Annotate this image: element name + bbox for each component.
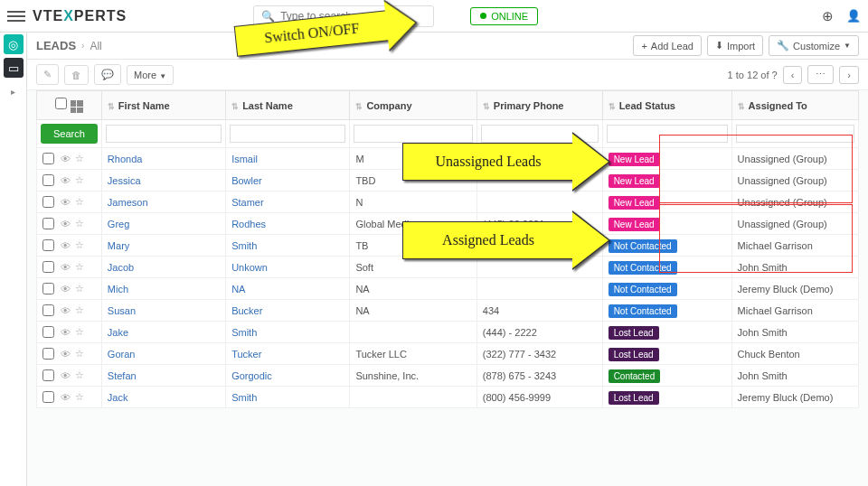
online-toggle[interactable]: ONLINE (470, 7, 538, 25)
star-icon[interactable]: ☆ (75, 369, 84, 381)
eye-icon[interactable]: 👁 (61, 175, 71, 186)
sort-icon[interactable]: ⇅ (483, 102, 490, 111)
sort-icon[interactable]: ⇅ (108, 102, 115, 111)
eye-icon[interactable]: 👁 (61, 262, 71, 273)
cell-first[interactable]: Jessica (101, 170, 225, 192)
eye-icon[interactable]: 👁 (61, 284, 71, 294)
table-row[interactable]: 👁☆SusanBuckerNA 434Not ContactedMichael … (37, 300, 859, 322)
comment-tool[interactable]: 💬 (94, 64, 121, 85)
sidebar-expand-icon[interactable]: ▸ (11, 87, 15, 97)
sort-icon[interactable]: ⇅ (609, 102, 616, 111)
search-button[interactable]: Search (41, 124, 98, 144)
cell-last[interactable]: Bucker (226, 300, 350, 322)
filter-status[interactable] (607, 125, 728, 143)
col-first[interactable]: First Name (118, 100, 170, 111)
row-checkbox[interactable] (42, 153, 54, 164)
star-icon[interactable]: ☆ (75, 239, 84, 251)
grid-view-icon[interactable] (71, 100, 83, 113)
sidebar-contacts-icon[interactable]: ▭ (4, 58, 24, 78)
import-button[interactable]: ⬇Import (707, 35, 763, 56)
star-icon[interactable]: ☆ (75, 348, 84, 360)
filter-last[interactable] (230, 125, 345, 143)
row-checkbox[interactable] (42, 283, 54, 294)
page-prev[interactable]: ‹ (783, 66, 803, 84)
cell-first[interactable]: Stefan (101, 365, 225, 387)
cell-last[interactable]: Unkown (226, 257, 350, 278)
eye-icon[interactable]: 👁 (61, 305, 71, 316)
eye-icon[interactable]: 👁 (61, 370, 71, 381)
row-checkbox[interactable] (42, 348, 54, 360)
star-icon[interactable]: ☆ (75, 283, 84, 294)
cell-first[interactable]: Jake (101, 322, 225, 343)
table-row[interactable]: 👁☆GoranTuckerTucker LLC(322) 777 - 3432L… (37, 343, 859, 365)
star-icon[interactable]: ☆ (75, 261, 84, 273)
breadcrumb-module[interactable]: LEADS (36, 39, 76, 52)
cell-first[interactable]: Jameson (101, 192, 225, 213)
star-icon[interactable]: ☆ (75, 153, 84, 164)
table-row[interactable]: 👁☆JackSmith(800) 456-9999Lost LeadJeremy… (37, 387, 859, 408)
cell-last[interactable]: Bowler (226, 170, 350, 192)
row-checkbox[interactable] (42, 174, 54, 186)
star-icon[interactable]: ☆ (75, 326, 84, 338)
sort-icon[interactable]: ⇅ (738, 102, 745, 111)
cell-last[interactable]: Stamer (226, 192, 350, 213)
cell-first[interactable]: Susan (101, 300, 225, 322)
cell-last[interactable]: Rodhes (226, 213, 350, 235)
eye-icon[interactable]: 👁 (61, 219, 71, 229)
star-icon[interactable]: ☆ (75, 391, 84, 403)
cell-last[interactable]: Smith (226, 235, 350, 257)
row-checkbox[interactable] (42, 326, 54, 338)
filter-company[interactable] (354, 125, 472, 143)
col-company[interactable]: Company (366, 100, 411, 111)
filter-assigned[interactable] (736, 125, 854, 143)
cell-last[interactable]: Gorgodic (226, 365, 350, 387)
table-row[interactable]: 👁☆JacobUnkownSoftNot ContactedJohn Smith (37, 257, 859, 278)
col-phone[interactable]: Primary Phone (494, 100, 564, 111)
add-icon[interactable]: ⊕ (822, 8, 834, 24)
filter-first[interactable] (106, 125, 222, 143)
eye-icon[interactable]: 👁 (61, 240, 71, 251)
eye-icon[interactable]: 👁 (61, 392, 71, 403)
row-checkbox[interactable] (42, 261, 54, 273)
star-icon[interactable]: ☆ (75, 196, 84, 208)
cell-first[interactable]: Goran (101, 343, 225, 365)
eye-icon[interactable]: 👁 (61, 327, 71, 338)
eye-icon[interactable]: 👁 (61, 349, 71, 360)
add-lead-button[interactable]: +Add Lead (633, 35, 702, 56)
breadcrumb-all[interactable]: All (90, 40, 101, 52)
page-next[interactable]: › (839, 66, 859, 84)
sort-icon[interactable]: ⇅ (231, 102, 239, 111)
row-checkbox[interactable] (42, 196, 54, 208)
menu-icon[interactable] (7, 8, 25, 24)
col-status[interactable]: Lead Status (619, 100, 675, 111)
more-dropdown[interactable]: More ▼ (127, 65, 174, 85)
cell-first[interactable]: Jack (101, 387, 225, 408)
star-icon[interactable]: ☆ (75, 304, 84, 316)
row-checkbox[interactable] (42, 369, 54, 381)
cell-first[interactable]: Mary (101, 235, 225, 257)
table-row[interactable]: 👁☆JamesonStamerNNew LeadUnassigned (Grou… (37, 192, 859, 213)
star-icon[interactable]: ☆ (75, 218, 84, 229)
table-row[interactable]: 👁☆JakeSmith(444) - 2222Lost LeadJohn Smi… (37, 322, 859, 343)
eye-icon[interactable]: 👁 (61, 197, 71, 208)
col-last[interactable]: Last Name (242, 100, 293, 111)
cell-first[interactable]: Rhonda (101, 148, 225, 170)
sidebar-dashboard-icon[interactable]: ◎ (4, 34, 24, 54)
cell-last[interactable]: Smith (226, 322, 350, 343)
table-row[interactable]: 👁☆StefanGorgodicSunshine, Inc.(878) 675 … (37, 365, 859, 387)
page-menu[interactable]: ⋯ (807, 65, 834, 84)
row-checkbox[interactable] (42, 218, 54, 229)
col-assigned[interactable]: Assigned To (749, 100, 807, 111)
edit-tool[interactable]: ✎ (36, 64, 59, 85)
star-icon[interactable]: ☆ (75, 174, 84, 186)
row-checkbox[interactable] (42, 304, 54, 316)
sort-icon[interactable]: ⇅ (355, 102, 363, 111)
row-checkbox[interactable] (42, 239, 54, 251)
row-checkbox[interactable] (42, 391, 54, 403)
select-all-checkbox[interactable] (55, 98, 67, 109)
cell-first[interactable]: Jacob (101, 257, 225, 278)
cell-last[interactable]: Ismail (226, 148, 350, 170)
user-icon[interactable]: 👤 (846, 9, 861, 23)
table-row[interactable]: 👁☆MichNANANot ContactedJeremy Bluck (Dem… (37, 278, 859, 300)
customize-button[interactable]: 🔧Customize▼ (769, 35, 859, 56)
